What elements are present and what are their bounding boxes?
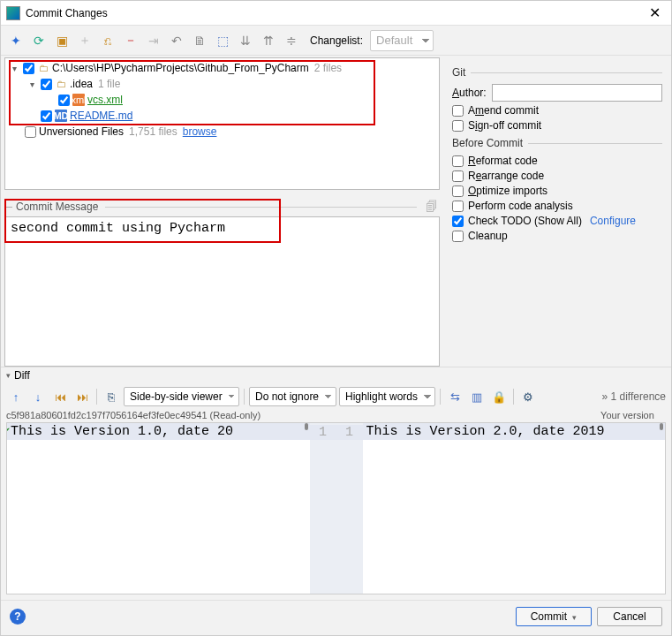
tree-root-row[interactable]: ▾ 🗀 C:\Users\HP\PycharmProjects\Github_F… [5, 60, 439, 76]
checkbox-idea[interactable] [41, 79, 52, 90]
folder-icon: 🗀 [55, 78, 67, 90]
idea-count: 1 file [98, 78, 120, 90]
sync-scroll-icon[interactable]: ▥ [467, 387, 487, 406]
browse-link[interactable]: browse [183, 125, 217, 138]
close-icon[interactable]: ✕ [644, 4, 666, 21]
amend-checkbox[interactable]: Amend commit [452, 104, 662, 117]
commit-history-icon[interactable]: 🗐 [424, 199, 440, 215]
diff-toolbar: ↑ ↓ ⏮ ⏭ ⎘ Side-by-side viewer Do not ign… [1, 383, 671, 410]
remove-icon[interactable]: － [121, 31, 140, 50]
collapse-unchanged-icon[interactable]: ⇆ [445, 387, 464, 406]
readme-label[interactable]: README.md [70, 110, 132, 122]
twisty-icon[interactable]: ▾ [30, 80, 41, 89]
scrollbar[interactable] [305, 423, 308, 430]
unversioned-label: Unversioned Files [39, 125, 124, 138]
analysis-checkbox[interactable]: Perform code analysis [452, 200, 662, 212]
options-panel: Git Author: Amend commit Sign-off commit… [443, 56, 671, 367]
diff-panes[interactable]: ✔ This is Version 1.0, date 20 11 This i… [6, 422, 666, 594]
commit-message-label: Commit Message [16, 201, 98, 213]
diff-section: ▾ Diff ↑ ↓ ⏮ ⏭ ⎘ Side-by-side viewer Do … [1, 367, 671, 600]
changes-tree[interactable]: ▾ 🗀 C:\Users\HP\PycharmProjects\Github_F… [4, 57, 440, 190]
your-version-label: Your version [600, 410, 654, 420]
configure-link[interactable]: Configure [590, 215, 636, 227]
left-pane[interactable]: ✔ This is Version 1.0, date 20 [7, 423, 310, 594]
diff-count: » 1 difference [601, 390, 666, 403]
commit-message-header: — Commit Message 🗐 [4, 199, 440, 215]
next-file-icon[interactable]: ⏭ [72, 387, 92, 406]
expand-icon[interactable]: ⇊ [236, 31, 255, 50]
git-group-title: Git [452, 66, 662, 79]
vcs-label[interactable]: vcs.xml [87, 94, 123, 106]
diff-label: Diff [14, 369, 30, 382]
reformat-checkbox[interactable]: Reformat code [452, 155, 662, 167]
highlight-select[interactable]: Highlight words [339, 387, 435, 406]
before-commit-title: Before Commit [452, 137, 662, 149]
show-diff-icon[interactable]: ✦ [6, 31, 26, 50]
add-icon[interactable]: ＋ [75, 31, 94, 50]
tree-readme-row[interactable]: MD README.md [5, 108, 439, 124]
main-toolbar: ✦ ⟳ ▣ ＋ ⎌ － ⇥ ↶ 🗎 ⬚ ⇊ ⇈ ≑ Changelist: De… [1, 26, 671, 56]
prev-diff-icon[interactable]: ↑ [6, 387, 26, 406]
author-label: Author: [452, 87, 487, 99]
check-icon: ✔ [7, 424, 10, 437]
checkbox-root[interactable] [23, 63, 34, 74]
author-input[interactable] [492, 84, 662, 102]
history-icon[interactable]: 🗎 [190, 31, 209, 50]
checkbox-readme[interactable] [41, 110, 52, 122]
root-path: C:\Users\HP\PycharmProjects\Github_From_… [52, 62, 309, 74]
cancel-button[interactable]: Cancel [597, 607, 662, 626]
unversioned-count: 1,751 files [129, 125, 177, 138]
readonly-icon[interactable]: 🔒 [489, 387, 509, 406]
diff-info: c5f981a80601fd2c197f7056164ef3fe0ec49541… [1, 410, 671, 422]
right-pane[interactable]: This is Version 2.0, date 2019 [363, 423, 666, 594]
diff-hash: c5f981a80601fd2c197f7056164ef3fe0ec49541… [6, 410, 260, 420]
window-title: Commit Changes [26, 7, 108, 19]
tree-unversioned-row[interactable]: Unversioned Files 1,751 files browse [5, 124, 439, 140]
folder-icon: 🗀 [37, 62, 49, 74]
scrollbar[interactable] [660, 423, 663, 430]
diff-gutter: 11 [310, 423, 363, 594]
refresh-icon[interactable]: ⟳ [29, 31, 49, 50]
cleanup-checkbox[interactable]: Cleanup [452, 230, 662, 242]
jump-icon[interactable]: ⇥ [144, 31, 163, 50]
settings-icon[interactable]: ⚙ [518, 387, 538, 406]
idea-label: .idea [70, 78, 93, 90]
changelist-label: Changelist: [310, 34, 363, 47]
rollback-icon[interactable]: ⎌ [98, 31, 117, 50]
tree-vcs-row[interactable]: xml vcs.xml [5, 92, 439, 108]
title-bar: Commit Changes ✕ [1, 1, 671, 26]
checkbox-unversioned[interactable] [25, 126, 36, 138]
help-icon[interactable]: ? [10, 609, 26, 625]
undo-icon[interactable]: ↶ [167, 31, 186, 50]
optimize-checkbox[interactable]: Optimize imports [452, 185, 662, 197]
root-count: 2 files [314, 62, 342, 74]
ignore-select[interactable]: Do not ignore [249, 387, 336, 406]
app-icon [6, 6, 20, 20]
commit-button[interactable]: Commit▾ [516, 607, 592, 626]
jump-to-source-icon[interactable]: ⎘ [102, 387, 121, 406]
group-icon[interactable]: ⬚ [213, 31, 232, 50]
changelist-select[interactable]: Default [370, 30, 434, 51]
next-diff-icon[interactable]: ↓ [28, 387, 48, 406]
checkbox-vcs[interactable] [58, 95, 70, 106]
viewer-select[interactable]: Side-by-side viewer [124, 387, 239, 406]
commit-message-input[interactable] [4, 216, 440, 367]
flatten-icon[interactable]: ≑ [282, 31, 301, 50]
diff-collapse-icon[interactable]: ▾ [6, 371, 11, 380]
md-file-icon: MD [55, 110, 67, 122]
changelist-icon[interactable]: ▣ [52, 31, 72, 50]
bottom-bar: ? Commit▾ Cancel [1, 600, 671, 635]
twisty-icon[interactable]: ▾ [12, 64, 23, 73]
tree-idea-row[interactable]: ▾ 🗀 .idea 1 file [5, 76, 439, 92]
collapse-icon[interactable]: ⇈ [259, 31, 278, 50]
signoff-checkbox[interactable]: Sign-off commit [452, 119, 662, 132]
rearrange-checkbox[interactable]: Rearrange code [452, 170, 662, 182]
prev-file-icon[interactable]: ⏮ [50, 387, 70, 406]
todo-checkbox[interactable]: Check TODO (Show All) Configure [452, 215, 662, 227]
xml-file-icon: xml [72, 94, 85, 106]
